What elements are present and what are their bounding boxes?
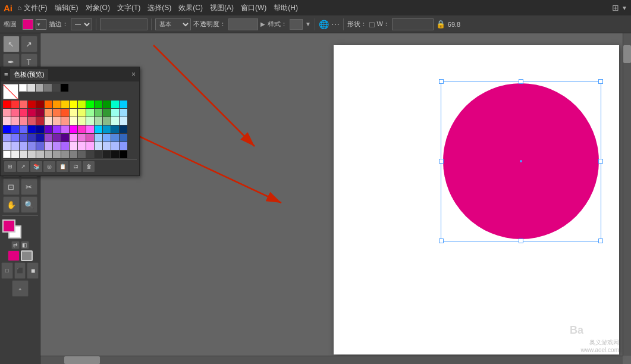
menu-select[interactable]: 选择(S)	[147, 3, 171, 13]
panel-delete-btn[interactable]: 🗑	[83, 161, 95, 172]
tool-row-1: ↖ ↗	[1, 36, 39, 52]
panel-folder-btn[interactable]: 🗂	[70, 161, 81, 172]
center-point	[520, 160, 522, 162]
handle-middle-left[interactable]	[439, 159, 444, 164]
vertical-scrollbar[interactable]	[623, 33, 631, 356]
swap-colors[interactable]: ⇄	[11, 241, 20, 249]
menu-bar: 文件(F) 编辑(E) 对象(O) 文字(T) 选择(S) 效果(C) 视图(A…	[24, 3, 298, 13]
tool-row-9: ⊡ ✂	[1, 178, 39, 195]
menu-text[interactable]: 文字(T)	[117, 3, 140, 13]
document-canvas[interactable]: Ba	[334, 45, 619, 354]
stroke-select[interactable]: —	[71, 18, 92, 30]
handle-middle-right[interactable]	[598, 159, 603, 164]
grid-icon[interactable]: ⊞	[612, 3, 619, 12]
toolbar: 椭圆 ▼ 描边： — 基本 不透明度： 100% ▶ 样式： ▼ 🌐 ⋯ 形状：…	[0, 15, 631, 33]
panel-swatch-lib2-btn[interactable]: 📚	[30, 161, 42, 172]
menu-object[interactable]: 对象(O)	[86, 3, 110, 13]
width-input[interactable]: 69.85 mm	[392, 18, 434, 30]
style-swatch[interactable]	[290, 19, 303, 30]
normal-mode[interactable]: □	[1, 262, 13, 279]
panel-copy-btn[interactable]: 📋	[56, 161, 68, 172]
swatch-row-5	[3, 134, 137, 142]
no-fill-swatch[interactable]	[3, 84, 18, 99]
handle-bottom-center[interactable]	[519, 239, 523, 243]
opacity-input[interactable]: 100%	[228, 18, 258, 30]
style-dropdown-icon[interactable]: ▼	[305, 21, 311, 27]
handle-top-right[interactable]	[598, 79, 603, 84]
swatch-row-4	[3, 125, 137, 133]
zoom-tool[interactable]: 🔍	[21, 196, 37, 213]
fullscreen-mode[interactable]: ⬛	[14, 262, 26, 279]
dropdown-icon[interactable]: ▼	[621, 5, 627, 11]
swatch-row-2	[3, 109, 137, 117]
style-label: 样式：	[268, 20, 287, 29]
foreground-color[interactable]	[2, 219, 15, 233]
stroke-mode[interactable]	[21, 250, 33, 261]
selection-box	[441, 81, 601, 241]
handle-top-center[interactable]	[519, 79, 523, 84]
shape-container[interactable]	[441, 81, 601, 241]
perspective-tool[interactable]: ⟁	[12, 280, 29, 297]
menu-edit[interactable]: 编辑(E)	[55, 3, 79, 13]
swatch-dgray[interactable]	[44, 84, 52, 92]
stroke-style-select[interactable]: 基本	[155, 18, 191, 30]
swatch-mgray[interactable]	[36, 84, 43, 92]
menu-file[interactable]: 文件(F)	[24, 3, 47, 13]
swatch-row-6	[3, 142, 137, 150]
panel-body: ⊞ ↗ 📚 ◎ 📋 🗂 🗑	[1, 81, 139, 175]
panel-close-button[interactable]: ×	[131, 70, 136, 79]
stroke-label: 描边：	[49, 20, 68, 29]
swatch-row-3	[3, 117, 137, 125]
swatches-grid	[3, 101, 137, 158]
lock-icon[interactable]: 🔒	[436, 20, 445, 29]
swatch-row-7	[3, 150, 137, 158]
fill-color-swatch[interactable]	[23, 19, 33, 30]
opacity-label: 不透明度：	[193, 20, 226, 29]
home-icon[interactable]: ⌂	[17, 4, 21, 12]
swatch-lgray[interactable]	[27, 84, 35, 92]
panel-swatch-options-btn[interactable]: ◎	[43, 161, 55, 172]
scrollbar-thumb-h[interactable]	[64, 356, 100, 364]
fullscreen2-mode[interactable]: ◼	[27, 262, 39, 279]
panel-toolbar: ⊞ ↗ 📚 ◎ 📋 🗂 🗑	[3, 159, 137, 173]
artboard-tool[interactable]: ⊡	[3, 178, 20, 195]
swatch-vdgray[interactable]	[52, 84, 60, 92]
panel-header: ≡ 色板(预览) ×	[1, 67, 139, 81]
tool-row-10: ✋ 🔍	[1, 196, 39, 213]
width-label: W：	[376, 20, 389, 29]
color-indicator	[2, 219, 38, 239]
color-mode-row: ⇄ ◧	[1, 241, 39, 249]
main-area: ↖ ↗ ✒ T ／ □ ○ 🖌 ✏ ⌫ ↺ ⤡ 〜 ⊞ ◈ 📊	[0, 33, 631, 364]
swatch-white[interactable]	[19, 84, 27, 92]
menu-help[interactable]: 帮助(H)	[274, 3, 298, 13]
handle-bottom-right[interactable]	[598, 239, 603, 243]
panel-new-btn[interactable]: ⊞	[4, 161, 16, 172]
menu-view[interactable]: 视图(A)	[210, 3, 234, 13]
handle-bottom-left[interactable]	[439, 239, 444, 243]
panel-tab-swatches[interactable]: 色板(预览)	[10, 69, 48, 80]
fill-mode[interactable]	[8, 250, 20, 261]
globe-icon[interactable]: 🌐	[319, 20, 329, 29]
panel-swatch-lib-btn[interactable]: ↗	[17, 161, 29, 172]
panel-list-icon[interactable]: ≡	[4, 71, 8, 78]
handle-top-left[interactable]	[439, 79, 444, 84]
stroke-value-input[interactable]	[100, 18, 147, 30]
stroke-color-swatch[interactable]: ▼	[36, 19, 46, 30]
selection-tool[interactable]: ↖	[3, 36, 20, 52]
default-colors[interactable]: ◧	[21, 241, 29, 249]
opacity-expand-icon[interactable]: ▶	[260, 21, 265, 27]
shape-label2: 形状：	[347, 20, 367, 29]
swatch-black[interactable]	[61, 84, 68, 92]
watermark-site-name: 奥义游戏网	[589, 339, 619, 346]
shape-icon[interactable]: □	[369, 20, 374, 29]
horizontal-scrollbar[interactable]	[40, 356, 623, 364]
dots-icon[interactable]: ⋯	[331, 20, 340, 29]
screen-mode-row: □ ⬛ ◼	[1, 262, 39, 279]
hand-tool[interactable]: ✋	[3, 196, 20, 213]
direct-selection-tool[interactable]: ↗	[21, 36, 37, 52]
menu-window[interactable]: 窗口(W)	[241, 3, 266, 13]
slice-tool[interactable]: ✂	[21, 178, 37, 195]
scrollbar-thumb-v[interactable]	[623, 45, 631, 63]
watermark-website: 奥义游戏网 www.aoel.com	[581, 338, 619, 353]
menu-effect[interactable]: 效果(C)	[178, 3, 203, 13]
